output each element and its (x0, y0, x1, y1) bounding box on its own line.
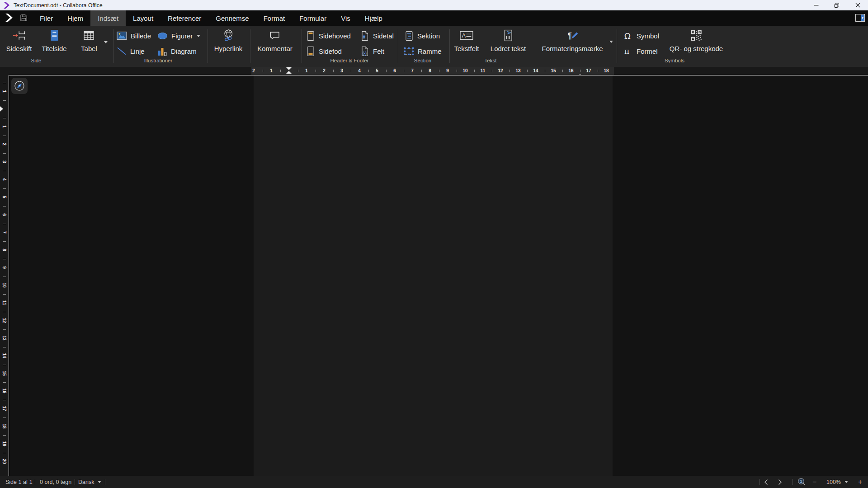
tab-formular[interactable]: Formular (292, 10, 334, 26)
shapes-dropdown-caret[interactable] (197, 35, 200, 37)
tab-vis[interactable]: Vis (334, 10, 358, 26)
ruler-number: 19 (2, 441, 6, 446)
collabora-writer-window: { "titlebar": { "title": "TextDocument.o… (0, 0, 868, 488)
title-page-icon (48, 28, 60, 42)
tab-format[interactable]: Format (256, 10, 292, 26)
language-selector[interactable]: Dansk (78, 476, 101, 488)
title-page-button[interactable]: Titelside (42, 28, 66, 52)
tab-filer[interactable]: Filer (33, 10, 60, 26)
ruler-number: 17 (2, 406, 6, 411)
statusbar-separator (793, 479, 793, 485)
statusbar: Side 1 af 1 0 ord, 0 tegn Dansk 1 − 100%… (0, 476, 868, 488)
table-dropdown-caret[interactable] (104, 41, 108, 43)
insert-shapes-button[interactable]: Figurer (157, 30, 200, 42)
ruler-tick (3, 400, 6, 400)
insert-vertical-text-button[interactable]: A Lodret tekst (491, 28, 526, 52)
navigation-compass-button[interactable] (11, 78, 28, 94)
svg-text:Ω: Ω (624, 31, 631, 41)
horizontal-ruler[interactable]: 12123456789101112131415161718 (251, 67, 614, 75)
ruler-number: 13 (2, 335, 6, 340)
ruler-number: 11 (2, 300, 6, 305)
ruler-tick (3, 453, 6, 453)
window-title: TextDocument.odt - Collabora Office (14, 2, 103, 9)
minimize-button[interactable] (806, 0, 826, 10)
button-label: QR- og stregkode (670, 45, 723, 52)
button-label: Formateringsmærke (542, 45, 603, 52)
document-page[interactable] (254, 75, 613, 476)
insert-hyperlink-button[interactable]: Hyperlink (214, 28, 243, 52)
next-page-button[interactable] (778, 476, 782, 488)
previous-page-button[interactable] (764, 476, 768, 488)
close-button[interactable] (847, 0, 868, 10)
tab-referencer[interactable]: Referencer (160, 10, 208, 26)
sidebar-toggle-button[interactable] (855, 14, 865, 22)
header-icon (306, 31, 315, 41)
ruler-number: 16 (568, 69, 573, 73)
button-label: Sidefod (319, 47, 342, 55)
ruler-number: 7 (2, 231, 6, 234)
page-break-button[interactable]: Sideskift (6, 28, 32, 52)
word-count-status[interactable]: 0 ord, 0 tegn (40, 476, 71, 488)
zoom-reset-button[interactable]: 1 (797, 476, 806, 488)
save-icon (20, 14, 28, 22)
insert-chart-button[interactable]: Diagram (157, 45, 197, 57)
tab-gennemse[interactable]: Gennemse (208, 10, 256, 26)
insert-section-button[interactable]: Sektion (405, 30, 440, 42)
language-dropdown-caret (98, 481, 101, 483)
ruler-tick (3, 312, 6, 312)
top-margin-marker[interactable] (0, 106, 3, 112)
ruler-tick (3, 171, 6, 171)
chevron-right-icon (778, 479, 782, 485)
formatting-marks-button[interactable]: ¶ Formateringsmærke (542, 28, 603, 52)
save-button[interactable] (20, 14, 28, 22)
ruler-tick (545, 70, 545, 72)
maximize-button[interactable] (826, 0, 847, 10)
insert-footer-button[interactable]: Sidefod (306, 45, 342, 57)
insert-formula-button[interactable]: π Formel (623, 45, 658, 57)
insert-line-button[interactable]: Linje (117, 45, 145, 57)
button-label: Hyperlink (214, 45, 243, 52)
minus-icon: − (812, 479, 816, 486)
tab-indsæt[interactable]: Indsæt (90, 10, 126, 26)
left-indent-marker[interactable] (286, 67, 292, 74)
group-separator (208, 29, 208, 63)
insert-textbox-button[interactable]: A Tekstfelt (454, 28, 479, 52)
ruler-tick (421, 70, 422, 72)
button-label: Titelside (42, 45, 66, 52)
tab-layout[interactable]: Layout (126, 10, 160, 26)
ruler-number: 10 (462, 69, 467, 73)
button-label: Sideskift (6, 45, 32, 52)
tab-hjem[interactable]: Hjem (60, 10, 90, 26)
button-label: Ramme (418, 47, 442, 55)
zoom-level-selector[interactable]: 100% (826, 476, 848, 488)
insert-image-button[interactable]: Billede (117, 30, 151, 42)
qr-code-icon (690, 28, 702, 42)
insert-header-button[interactable]: Sidehoved (306, 30, 351, 42)
titlebar: TextDocument.odt - Collabora Office (0, 0, 868, 10)
tab-hjælp[interactable]: Hjælp (358, 10, 390, 26)
ruler-number: 2 (323, 69, 326, 73)
statusbar-separator (35, 479, 35, 485)
chevron-left-icon (764, 479, 768, 485)
vertical-ruler[interactable]: 11234567891011121314151617181920 (0, 75, 9, 476)
insert-table-button[interactable]: Tabel (81, 28, 97, 52)
ruler-number: 12 (498, 69, 503, 73)
ruler-tick (562, 70, 563, 72)
zoom-out-button[interactable]: − (812, 476, 816, 488)
insert-qr-barcode-button[interactable]: QR- og stregkode (670, 28, 723, 52)
group-caption-tekst: Tekst (485, 58, 497, 63)
zoom-in-button[interactable]: + (858, 476, 862, 488)
insert-page-number-button[interactable]: # Sidetal (360, 30, 394, 42)
insert-field-button[interactable]: (-) Felt (360, 45, 384, 57)
insert-symbol-button[interactable]: Ω Symbol (623, 30, 659, 42)
formatting-marks-dropdown-caret[interactable] (609, 41, 613, 43)
document-area: 11234567891011121314151617181920 (0, 75, 868, 476)
insert-frame-button[interactable]: Ramme (404, 45, 442, 57)
svg-text:¶: ¶ (568, 31, 572, 40)
field-icon: (-) (360, 46, 369, 56)
ruler-number: 4 (2, 178, 6, 181)
page-status[interactable]: Side 1 af 1 (5, 476, 33, 488)
button-label: Lodret tekst (491, 45, 526, 52)
insert-comment-button[interactable]: Kommentar (257, 28, 292, 52)
page-status-label: Side 1 af 1 (5, 479, 33, 485)
